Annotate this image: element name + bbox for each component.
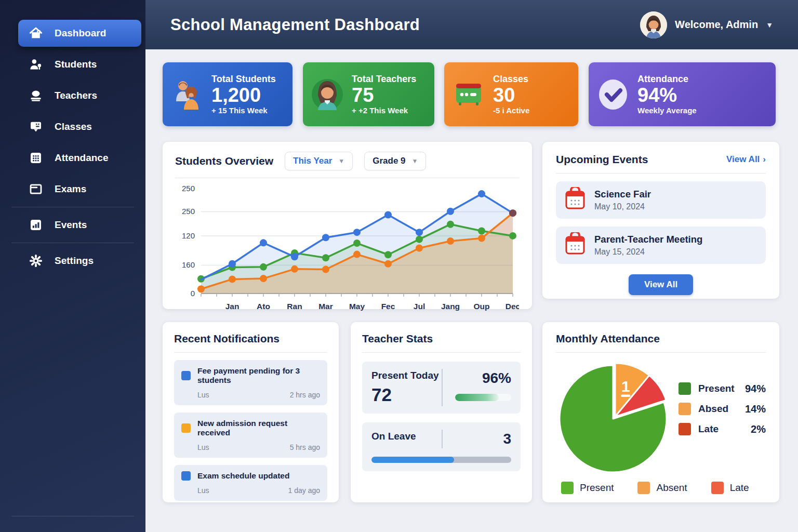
attendance-legend-bottom-square [561,482,574,494]
stat-label: Attendance [637,74,697,85]
on-leave-value: 3 [503,431,511,447]
legend-row-present: Present 94% [679,382,766,395]
grade-filter-dropdown[interactable]: Grade 9 ▼ [364,152,426,170]
panel-title: Upcoming Events [556,153,648,166]
attendance-legend-bottom-square [637,482,650,494]
students-icon [28,56,44,73]
svg-text:Mar: Mar [318,302,333,311]
classes-icon [28,118,44,135]
sidebar-item-events[interactable]: Events [18,211,140,238]
sidebar-item-students[interactable]: Students [18,51,140,78]
stat-value: 94% [637,85,697,106]
students-overview-panel: Students Overview This Year ▼ Grade 9 ▼ … [163,142,532,309]
calendar-icon [564,232,586,258]
notification-title: Fee payment pending for 3 students [197,366,320,385]
attendance-grid-icon [28,150,44,166]
recent-notifications-panel: Recent Notifications Fee payment pending… [163,322,339,502]
sidebar-item-settings[interactable]: Settings [18,247,140,274]
legend-bottom-present: Present [561,482,614,494]
notification-title: Exam schedule updated [197,471,289,481]
svg-text:Jul: Jul [414,302,425,311]
grade-filter-value: Grade 9 [373,156,405,166]
stat-label: Classes [493,74,529,85]
svg-text:Ato: Ato [257,302,270,311]
legend-row-absent: Absed 14% [679,403,766,415]
stat-divider [442,369,443,406]
panel-divider [556,173,766,174]
sidebar-item-label: Dashboard [55,28,106,39]
notification-dot [181,371,191,380]
notification-time: 2 hrs ago [290,391,320,399]
monthly-attendance-panel: Monthly Attendance 1 Present 94% Absed 1… [542,322,779,502]
user-menu[interactable]: Welcome, Admin ▼ [640,11,773,38]
notification-time: 1 day ago [288,486,321,495]
chat-calendar-icon [453,80,485,109]
on-leave-label: On Leave [371,431,416,442]
on-leave-stat: On Leave 3 [362,422,521,471]
notification-title: New admission request received [197,419,320,437]
teacher-icon [28,87,44,104]
legend-value: 94% [745,383,766,395]
svg-text:Ran: Ran [287,302,302,311]
teacher-stats-panel: Teacher Stats Present Today 72 96% O [351,322,532,502]
sidebar-divider [11,243,134,243]
chevron-down-icon: ▼ [766,21,773,29]
upcoming-events-panel: Upcoming Events View All › Science Fair … [542,142,779,299]
panel-title: Students Overview [175,155,273,167]
svg-text:0: 0 [191,289,195,298]
view-all-button[interactable]: View All [629,274,693,295]
panel-divider [175,178,520,178]
sidebar-item-label: Attendance [55,152,108,164]
notification-source: Lus [197,443,209,451]
legend-label: Present [580,482,614,494]
sidebar-item-label: Students [55,59,97,70]
sidebar-item-label: Exams [55,183,86,195]
view-all-link[interactable]: View All › [726,154,766,165]
svg-text:250: 250 [182,184,195,193]
teacher-avatar-icon [311,75,343,114]
year-filter-dropdown[interactable]: This Year ▼ [285,152,353,170]
chevron-right-icon: › [763,154,766,165]
attendance-legend-bottom: Present Absent Late [561,482,749,494]
stat-value: 1,200 [211,85,276,106]
stat-sub: Weekly Average [637,106,697,115]
svg-text:250: 250 [182,207,195,216]
sidebar-item-teachers[interactable]: Teachers [18,82,140,109]
page-title: School Management Dashboard [170,16,420,34]
sidebar-item-exams[interactable]: Exams [18,176,140,203]
present-today-value: 72 [371,384,439,405]
chevron-down-icon: ▼ [338,157,344,165]
event-item-parent-teacher-meeting[interactable]: Parent-Teacher Meeting May 15, 2024 [556,227,766,264]
stat-sub: + +2 This Week [352,106,416,115]
app-root: Dashboard Students Teachers Classes Atte… [0,0,798,532]
svg-text:Jan: Jan [225,302,240,311]
sidebar-divider [11,207,134,207]
event-title: Parent-Teacher Meeting [594,234,702,245]
sidebar-item-label: Teachers [55,90,97,101]
panel-divider [362,352,521,353]
notification-item[interactable]: Fee payment pending for 3 students Lus 2… [174,360,327,405]
stat-label: Total Teachers [352,74,416,85]
present-today-label: Present Today [371,370,439,381]
event-item-science-fair[interactable]: Science Fair May 10, 2024 [556,181,766,219]
legend-label: Late [698,423,743,435]
legend-label: Absent [656,482,687,494]
events-chart-icon [28,217,44,233]
stat-value: 30 [493,85,529,106]
notification-dot [181,471,191,481]
exams-icon [28,181,44,197]
year-filter-value: This Year [293,156,332,166]
notification-item[interactable]: Exam schedule updated Lus 1 day ago [174,465,327,501]
sidebar-item-classes[interactable]: Classes [18,113,140,140]
present-percent: 96% [455,370,511,387]
notification-item[interactable]: New admission request received Lus 5 hrs… [174,413,327,458]
attendance-pie-chart: 1 [554,355,676,480]
svg-text:May: May [349,302,365,311]
sidebar-item-dashboard[interactable]: Dashboard [18,20,141,47]
sidebar-item-attendance[interactable]: Attendance [18,144,140,171]
stat-card-attendance: Attendance 94% Weekly Average [589,62,776,126]
user-avatar [640,11,667,38]
stat-label: Total Students [211,74,276,85]
present-progress-bar [455,394,511,401]
on-leave-progress-fill [371,457,454,463]
